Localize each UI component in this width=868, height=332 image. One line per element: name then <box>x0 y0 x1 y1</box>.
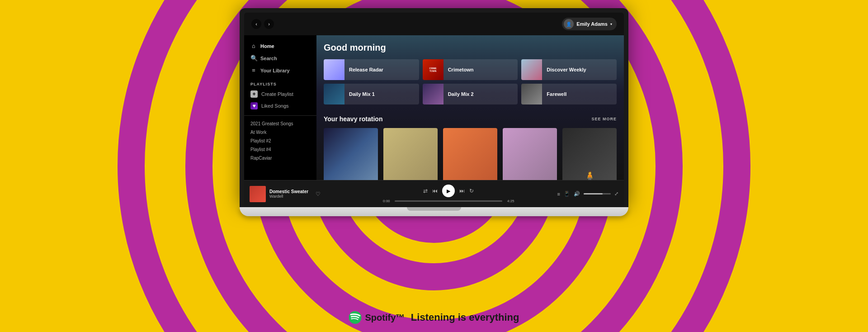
discover-weekly-art <box>521 59 542 80</box>
heavy-rotation-title: Your heavy rotation <box>324 115 382 123</box>
rotation-card-some-days[interactable]: Some Days Ira Wolf <box>383 128 438 180</box>
now-playing-artist: Wardell <box>269 194 308 199</box>
extra-controls: ≡ 📱 🔊 ⤢ <box>557 191 618 197</box>
some-days-art <box>383 128 438 180</box>
rotation-grid: Be Happy Gene Evaro Jr. Some Days Ira Wo… <box>324 128 617 180</box>
volume-icon: 🔊 <box>574 191 580 197</box>
chime-art <box>443 128 497 180</box>
quick-card-title: Daily Mix 1 <box>344 91 379 97</box>
quick-card-title: Farewell <box>542 91 571 97</box>
release-radar-art <box>324 59 344 80</box>
quick-card-crimetown[interactable]: CRIMETOWN Crimetown <box>423 59 518 80</box>
be-happy-art <box>324 128 378 180</box>
volume-slider[interactable] <box>584 193 611 194</box>
quick-card-daily-mix-2[interactable]: Daily Mix 2 <box>423 84 518 104</box>
laptop-device: ‹ › 👤 Emily Adams ▾ ⌂ Home <box>240 8 628 216</box>
branding-area: Spotify™ Listening is everything <box>349 311 519 324</box>
spotify-logo-icon <box>349 311 362 324</box>
quick-card-title: Daily Mix 2 <box>443 91 478 97</box>
create-playlist-action[interactable]: + Create Playlist <box>244 88 316 100</box>
rotation-card-be-happy[interactable]: Be Happy Gene Evaro Jr. <box>324 128 378 180</box>
in-your-car-art: 🧍 <box>562 128 617 180</box>
main-content: Good morning Release Radar CRIMETOWN Cri… <box>316 35 624 180</box>
back-button[interactable]: ‹ <box>251 19 261 29</box>
quick-card-title: Release Radar <box>344 67 388 72</box>
queue-button[interactable]: ≡ <box>557 191 560 197</box>
current-time: 0:00 <box>381 199 392 203</box>
now-playing-art <box>250 186 266 202</box>
daily-mix-1-art <box>324 84 344 104</box>
app-body: ⌂ Home 🔍 Search ≡ Your Library PLAYLISTS… <box>244 35 624 180</box>
liked-songs-icon: ♥ <box>250 102 258 109</box>
laptop-screen-bezel: ‹ › 👤 Emily Adams ▾ ⌂ Home <box>240 8 628 207</box>
repeat-button[interactable]: ↻ <box>469 188 474 194</box>
sidebar-item-home-label: Home <box>260 43 274 49</box>
sidebar-divider <box>244 115 316 116</box>
avatar: 👤 <box>564 19 574 29</box>
playlists-section-label: PLAYLISTS <box>244 76 316 88</box>
svg-point-0 <box>349 311 362 324</box>
branding-tagline: Listening is everything <box>411 312 519 323</box>
quick-card-title: Discover Weekly <box>542 67 590 72</box>
volume-fill <box>584 193 603 194</box>
create-icon: + <box>250 90 258 98</box>
list-item[interactable]: RapCaviar <box>244 154 316 162</box>
quick-card-discover-weekly[interactable]: Discover Weekly <box>521 59 617 80</box>
shuffle-button[interactable]: ⇄ <box>423 188 428 194</box>
home-icon: ⌂ <box>250 43 257 49</box>
quick-cards-grid: Release Radar CRIMETOWN Crimetown Discov… <box>324 59 617 104</box>
see-more-button[interactable]: SEE MORE <box>591 117 617 121</box>
list-item[interactable]: At Work <box>244 128 316 137</box>
devices-button[interactable]: 📱 <box>564 191 570 197</box>
now-playing-info: Domestic Sweater Wardell <box>269 189 308 199</box>
laptop-base <box>240 207 628 216</box>
control-buttons: ⇄ ⏮ ▶ ⏭ ↻ <box>423 185 474 197</box>
rotation-card-runaway[interactable]: Runaway Beast Coast <box>503 128 557 180</box>
runaway-art <box>503 128 557 180</box>
library-icon: ≡ <box>250 67 257 74</box>
quick-card-farewell[interactable]: Farewell <box>521 84 617 104</box>
nav-arrows: ‹ › <box>251 19 274 29</box>
sidebar-item-library-label: Your Library <box>260 68 290 73</box>
topbar: ‹ › 👤 Emily Adams ▾ <box>244 13 624 35</box>
quick-card-title: Crimetown <box>443 67 478 72</box>
sidebar-item-home[interactable]: ⌂ Home <box>244 40 316 52</box>
progress-bar-track[interactable] <box>395 200 502 202</box>
play-pause-button[interactable]: ▶ <box>442 185 455 197</box>
liked-songs-label: Liked Songs <box>261 103 289 109</box>
create-playlist-label: Create Playlist <box>261 91 293 97</box>
sidebar: ⌂ Home 🔍 Search ≡ Your Library PLAYLISTS… <box>244 35 316 180</box>
rotation-card-chime[interactable]: Chime Alan Gogoll <box>443 128 497 180</box>
heavy-rotation-header: Your heavy rotation SEE MORE <box>324 115 617 123</box>
sidebar-item-search[interactable]: 🔍 Search <box>244 52 316 64</box>
next-button[interactable]: ⏭ <box>459 188 465 194</box>
fullscreen-button[interactable]: ⤢ <box>614 191 618 197</box>
list-item[interactable]: Playlist #2 <box>244 137 316 145</box>
quick-card-daily-mix-1[interactable]: Daily Mix 1 <box>324 84 419 104</box>
user-menu[interactable]: 👤 Emily Adams ▾ <box>562 18 617 30</box>
user-name: Emily Adams <box>576 21 608 27</box>
crimetown-art: CRIMETOWN <box>423 59 443 80</box>
liked-songs-action[interactable]: ♥ Liked Songs <box>244 100 316 112</box>
sidebar-item-library[interactable]: ≡ Your Library <box>244 64 316 76</box>
laptop-screen: ‹ › 👤 Emily Adams ▾ ⌂ Home <box>244 13 624 207</box>
greeting: Good morning <box>324 43 617 53</box>
total-time: 4:25 <box>505 199 516 203</box>
now-playing-title: Domestic Sweater <box>269 189 308 194</box>
now-playing-track: Domestic Sweater Wardell ♡ <box>250 186 340 202</box>
sidebar-item-search-label: Search <box>260 56 277 61</box>
like-button[interactable]: ♡ <box>316 191 321 197</box>
spotify-brand-name: Spotify™ <box>365 313 407 323</box>
farewell-art <box>521 84 542 104</box>
chevron-down-icon: ▾ <box>610 22 612 26</box>
progress-bar: 0:00 4:25 <box>381 199 516 203</box>
list-item[interactable]: 2021 Greatest Songs <box>244 119 316 128</box>
search-icon: 🔍 <box>250 55 257 62</box>
quick-card-release-radar[interactable]: Release Radar <box>324 59 419 80</box>
rotation-card-in-your-car[interactable]: 🧍 In Your Car No Aloha <box>562 128 617 180</box>
forward-button[interactable]: › <box>264 19 274 29</box>
previous-button[interactable]: ⏮ <box>432 188 438 194</box>
playback-controls: ⇄ ⏮ ▶ ⏭ ↻ 0:00 4:25 <box>340 185 557 203</box>
list-item[interactable]: Playlist #4 <box>244 145 316 154</box>
daily-mix-2-art <box>423 84 443 104</box>
